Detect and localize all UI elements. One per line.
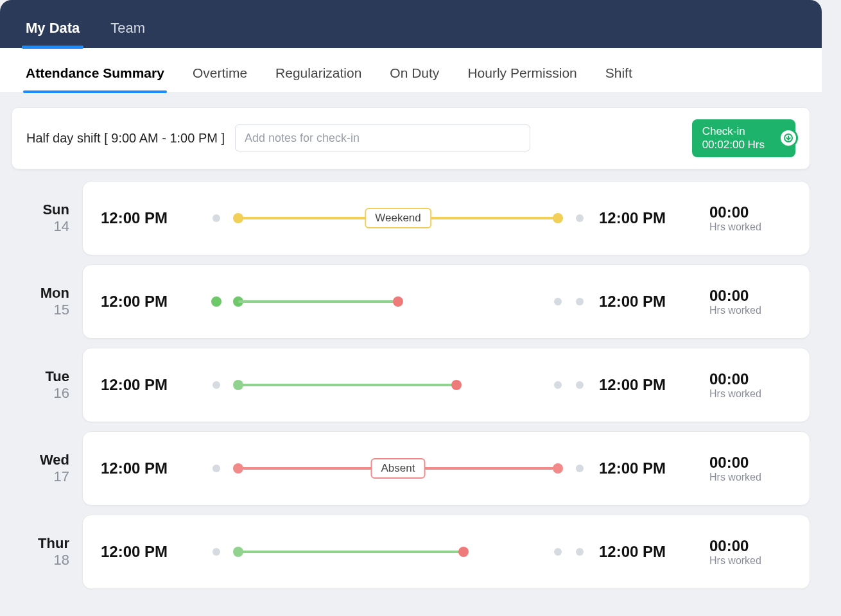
status-badge-absent: Absent bbox=[371, 458, 426, 479]
checkin-timer: 00:02:00 Hrs bbox=[702, 138, 765, 151]
subtab-regularization[interactable]: Regularization bbox=[275, 53, 361, 92]
time-out: 12:00 PM bbox=[599, 376, 695, 394]
hours-label: Hrs worked bbox=[709, 555, 792, 567]
hours-label: Hrs worked bbox=[709, 388, 792, 400]
day-card[interactable]: 12:00 PM 12:00 PM 00:00 Hrs worked bbox=[82, 348, 810, 422]
tab-team[interactable]: Team bbox=[110, 8, 145, 48]
hours-worked: 00:00 Hrs worked bbox=[695, 287, 792, 316]
day-label: Mon 15 bbox=[12, 285, 82, 318]
day-timeline bbox=[216, 377, 580, 393]
day-name: Wed bbox=[12, 452, 69, 468]
hours-worked: 00:00 Hrs worked bbox=[695, 370, 792, 400]
secondary-tabs: Attendance Summary Overtime Regularizati… bbox=[0, 48, 822, 93]
time-in: 12:00 PM bbox=[101, 376, 197, 394]
hours-worked: 00:00 Hrs worked bbox=[695, 537, 792, 567]
shift-label: Half day shift [ 9:00 AM - 1:00 PM ] bbox=[26, 131, 225, 146]
time-out: 12:00 PM bbox=[599, 459, 695, 477]
day-timeline bbox=[216, 544, 580, 560]
day-card[interactable]: 12:00 PM 12:00 PM 00:00 Hrs worked bbox=[82, 264, 810, 339]
day-number: 15 bbox=[12, 302, 69, 318]
status-badge-weekend: Weekend bbox=[365, 208, 431, 228]
day-number: 18 bbox=[12, 552, 69, 569]
day-timeline bbox=[216, 294, 580, 309]
day-row: Sun 14 12:00 PM Weekend 12:00 PM 00:00 H… bbox=[12, 181, 810, 255]
day-number: 14 bbox=[12, 218, 69, 235]
day-label: Tue 16 bbox=[12, 368, 82, 402]
hours-value: 00:00 bbox=[709, 370, 792, 388]
hours-label: Hrs worked bbox=[709, 472, 792, 483]
day-card[interactable]: 12:00 PM Absent 12:00 PM 00:00 Hrs worke… bbox=[82, 431, 810, 506]
time-out: 12:00 PM bbox=[599, 209, 695, 227]
day-row: Thur 18 12:00 PM 12:00 PM 00:00 Hrs work… bbox=[12, 515, 810, 589]
subtab-attendance-summary[interactable]: Attendance Summary bbox=[26, 53, 164, 92]
subtab-on-duty[interactable]: On Duty bbox=[390, 53, 439, 92]
day-number: 17 bbox=[12, 468, 69, 485]
hours-value: 00:00 bbox=[709, 537, 792, 555]
day-name: Thur bbox=[12, 535, 69, 552]
time-in: 12:00 PM bbox=[101, 543, 197, 561]
day-timeline: Absent bbox=[216, 461, 580, 476]
day-number: 16 bbox=[12, 385, 69, 402]
shift-bar: Half day shift [ 9:00 AM - 1:00 PM ] Che… bbox=[12, 107, 810, 169]
tab-my-data[interactable]: My Data bbox=[26, 8, 80, 48]
hours-label: Hrs worked bbox=[709, 221, 792, 233]
day-row: Wed 17 12:00 PM Absent 12:00 PM 00:00 Hr… bbox=[12, 431, 810, 506]
day-name: Mon bbox=[12, 285, 69, 302]
day-card[interactable]: 12:00 PM Weekend 12:00 PM 00:00 Hrs work… bbox=[82, 181, 810, 255]
checkin-label: Check-in bbox=[702, 124, 765, 138]
shift-bar-container: Half day shift [ 9:00 AM - 1:00 PM ] Che… bbox=[0, 93, 822, 176]
time-out: 12:00 PM bbox=[599, 293, 695, 311]
primary-tabs: My Data Team bbox=[0, 0, 822, 48]
day-timeline: Weekend bbox=[216, 210, 580, 226]
day-label: Sun 14 bbox=[12, 201, 82, 235]
subtab-overtime[interactable]: Overtime bbox=[193, 53, 247, 92]
hours-worked: 00:00 Hrs worked bbox=[695, 203, 792, 233]
day-row: Tue 16 12:00 PM 12:00 PM 00:00 Hrs worke… bbox=[12, 348, 810, 422]
time-out: 12:00 PM bbox=[599, 543, 695, 561]
day-label: Thur 18 bbox=[12, 535, 82, 569]
day-name: Tue bbox=[12, 368, 69, 385]
app-frame: My Data Team Attendance Summary Overtime… bbox=[0, 0, 822, 616]
day-name: Sun bbox=[12, 201, 69, 218]
hours-value: 00:00 bbox=[709, 203, 792, 221]
checkin-notes-input[interactable] bbox=[235, 124, 530, 151]
day-card[interactable]: 12:00 PM 12:00 PM 00:00 Hrs worked bbox=[82, 515, 810, 589]
time-in: 12:00 PM bbox=[101, 293, 197, 311]
hours-worked: 00:00 Hrs worked bbox=[695, 454, 792, 483]
day-row: Mon 15 12:00 PM 12:00 PM 00:00 Hrs worke… bbox=[12, 264, 810, 339]
subtab-shift[interactable]: Shift bbox=[605, 53, 632, 92]
hours-value: 00:00 bbox=[709, 454, 792, 472]
time-in: 12:00 PM bbox=[101, 209, 197, 227]
hours-value: 00:00 bbox=[709, 287, 792, 305]
day-list: Sun 14 12:00 PM Weekend 12:00 PM 00:00 H… bbox=[0, 176, 822, 589]
checkin-arrow-icon bbox=[779, 128, 798, 148]
time-in: 12:00 PM bbox=[101, 459, 197, 477]
subtab-hourly-permission[interactable]: Hourly Permission bbox=[467, 53, 577, 92]
hours-label: Hrs worked bbox=[709, 305, 792, 316]
day-label: Wed 17 bbox=[12, 452, 82, 485]
checkin-button[interactable]: Check-in 00:02:00 Hrs bbox=[692, 119, 795, 157]
